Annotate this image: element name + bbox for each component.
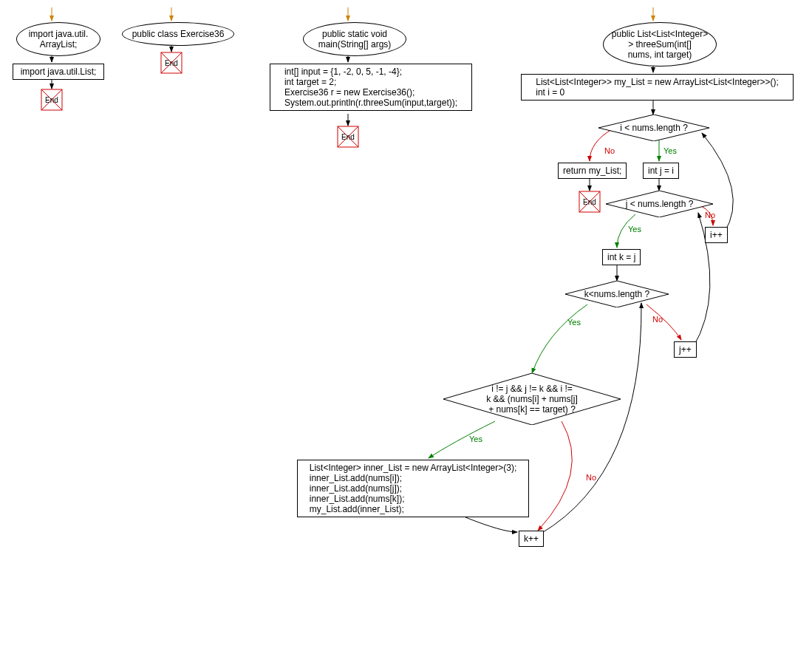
class-ellipse: public class Exercise36 [122, 22, 234, 46]
yes-label: Yes [663, 146, 677, 155]
import-ellipse: import java.util. ArrayList; [16, 22, 100, 56]
end-box-4: End [579, 191, 601, 213]
main-ellipse: public static void main(String[] args) [303, 22, 406, 56]
init-k-rect: int k = j [602, 249, 641, 265]
svg-text:End: End [165, 59, 178, 67]
end-box-2: End [160, 52, 182, 74]
no-label-j: No [705, 211, 715, 219]
svg-text:End: End [583, 198, 596, 206]
no-label-k: No [652, 315, 663, 324]
inc-i-rect: i++ [705, 227, 728, 243]
yes-label-j: Yes [628, 225, 641, 234]
cond-j-diamond: j < nums.length ? [606, 191, 713, 217]
return-mylist-rect: return my_List; [558, 163, 627, 179]
end-box-1: End [41, 89, 63, 111]
end-box-3: End [337, 126, 359, 148]
inc-k-rect: k++ [519, 531, 544, 547]
yes-label-inner: Yes [469, 435, 482, 443]
cond-i-diamond: i < nums.length ? [598, 115, 709, 141]
threesum-init-rect: List<List<Integer>> my_List = new ArrayL… [521, 74, 794, 101]
no-label: No [604, 146, 615, 155]
main-body-rect: int[] input = {1, -2, 0, 5, -1, -4}; int… [270, 64, 472, 111]
init-j-rect: int j = i [643, 163, 679, 179]
cond-inner-diamond: i != j && j != k && i != k && (nums[i] +… [443, 373, 621, 425]
inner-block-rect: List<Integer> inner_List = new ArrayList… [297, 460, 529, 517]
cond-k-diamond: k<nums.length ? [565, 281, 669, 307]
threesum-ellipse: public List<List<Integer> > threeSum(int… [603, 22, 717, 67]
svg-text:End: End [341, 133, 355, 141]
inc-j-rect: j++ [674, 341, 697, 358]
import-list-rect: import java.util.List; [13, 64, 104, 80]
yes-label-k: Yes [567, 318, 581, 327]
no-label-inner: No [586, 473, 596, 482]
svg-text:End: End [45, 96, 58, 104]
